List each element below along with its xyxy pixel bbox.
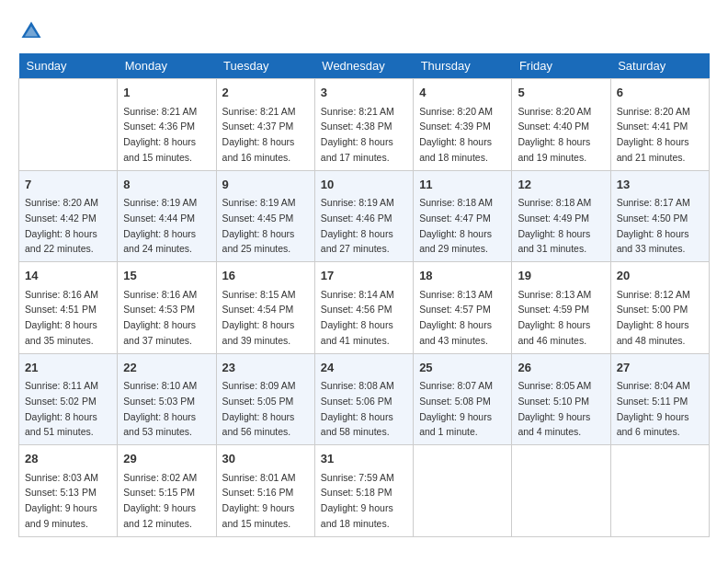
day-number: 14 — [25, 267, 111, 285]
calendar-cell: 7 Sunrise: 8:20 AMSunset: 4:42 PMDayligh… — [19, 170, 118, 262]
calendar-cell: 15 Sunrise: 8:16 AMSunset: 4:53 PMDaylig… — [118, 262, 216, 354]
day-info: Sunrise: 8:01 AMSunset: 5:16 PMDaylight:… — [222, 472, 296, 529]
calendar-cell: 9 Sunrise: 8:19 AMSunset: 4:45 PMDayligh… — [216, 170, 314, 262]
calendar-cell — [512, 445, 610, 537]
day-info: Sunrise: 8:11 AMSunset: 5:02 PMDaylight:… — [25, 380, 98, 437]
day-info: Sunrise: 8:19 AMSunset: 4:45 PMDaylight:… — [222, 197, 296, 254]
calendar-cell: 31 Sunrise: 7:59 AMSunset: 5:18 PMDaylig… — [314, 445, 413, 537]
day-number: 19 — [518, 267, 604, 285]
day-number: 9 — [222, 176, 309, 194]
calendar-header-sunday: Sunday — [19, 53, 118, 79]
logo-icon — [18, 18, 44, 44]
page-header — [18, 18, 710, 44]
day-info: Sunrise: 8:19 AMSunset: 4:46 PMDaylight:… — [321, 197, 394, 254]
calendar-cell: 25 Sunrise: 8:07 AMSunset: 5:08 PMDaylig… — [414, 353, 512, 445]
calendar-cell: 11 Sunrise: 8:18 AMSunset: 4:47 PMDaylig… — [414, 170, 512, 262]
day-info: Sunrise: 7:59 AMSunset: 5:18 PMDaylight:… — [321, 472, 394, 529]
calendar-week-row: 14 Sunrise: 8:16 AMSunset: 4:51 PMDaylig… — [19, 262, 710, 354]
calendar-cell: 13 Sunrise: 8:17 AMSunset: 4:50 PMDaylig… — [610, 170, 709, 262]
day-info: Sunrise: 8:15 AMSunset: 4:54 PMDaylight:… — [222, 289, 296, 346]
day-number: 15 — [123, 267, 210, 285]
day-info: Sunrise: 8:17 AMSunset: 4:50 PMDaylight:… — [617, 197, 690, 254]
day-info: Sunrise: 8:20 AMSunset: 4:41 PMDaylight:… — [617, 106, 690, 163]
day-number: 12 — [518, 176, 604, 194]
calendar-cell: 4 Sunrise: 8:20 AMSunset: 4:39 PMDayligh… — [414, 79, 512, 171]
calendar-cell: 21 Sunrise: 8:11 AMSunset: 5:02 PMDaylig… — [19, 353, 118, 445]
day-info: Sunrise: 8:13 AMSunset: 4:57 PMDaylight:… — [419, 289, 493, 346]
calendar-cell: 10 Sunrise: 8:19 AMSunset: 4:46 PMDaylig… — [314, 170, 413, 262]
calendar-cell: 2 Sunrise: 8:21 AMSunset: 4:37 PMDayligh… — [216, 79, 314, 171]
calendar-cell: 23 Sunrise: 8:09 AMSunset: 5:05 PMDaylig… — [216, 353, 314, 445]
calendar-cell — [414, 445, 512, 537]
day-info: Sunrise: 8:21 AMSunset: 4:37 PMDaylight:… — [222, 106, 296, 163]
day-number: 24 — [321, 359, 407, 377]
day-number: 30 — [222, 450, 309, 468]
calendar-cell: 12 Sunrise: 8:18 AMSunset: 4:49 PMDaylig… — [512, 170, 610, 262]
calendar-cell — [610, 445, 709, 537]
day-info: Sunrise: 8:20 AMSunset: 4:42 PMDaylight:… — [25, 197, 98, 254]
calendar-cell: 3 Sunrise: 8:21 AMSunset: 4:38 PMDayligh… — [314, 79, 413, 171]
day-info: Sunrise: 8:20 AMSunset: 4:40 PMDaylight:… — [518, 106, 591, 163]
day-info: Sunrise: 8:20 AMSunset: 4:39 PMDaylight:… — [419, 106, 493, 163]
calendar-cell: 26 Sunrise: 8:05 AMSunset: 5:10 PMDaylig… — [512, 353, 610, 445]
calendar-cell: 27 Sunrise: 8:04 AMSunset: 5:11 PMDaylig… — [610, 353, 709, 445]
calendar-cell: 18 Sunrise: 8:13 AMSunset: 4:57 PMDaylig… — [414, 262, 512, 354]
day-number: 8 — [123, 176, 210, 194]
day-info: Sunrise: 8:14 AMSunset: 4:56 PMDaylight:… — [321, 289, 394, 346]
calendar-cell: 6 Sunrise: 8:20 AMSunset: 4:41 PMDayligh… — [610, 79, 709, 171]
day-number: 31 — [321, 450, 407, 468]
day-number: 22 — [123, 359, 210, 377]
day-number: 1 — [123, 84, 210, 102]
day-info: Sunrise: 8:03 AMSunset: 5:13 PMDaylight:… — [25, 472, 98, 529]
day-info: Sunrise: 8:02 AMSunset: 5:15 PMDaylight:… — [123, 472, 197, 529]
calendar-header-monday: Monday — [118, 53, 216, 79]
calendar-cell: 8 Sunrise: 8:19 AMSunset: 4:44 PMDayligh… — [118, 170, 216, 262]
day-info: Sunrise: 8:08 AMSunset: 5:06 PMDaylight:… — [321, 380, 394, 437]
day-info: Sunrise: 8:21 AMSunset: 4:38 PMDaylight:… — [321, 106, 394, 163]
calendar-cell: 20 Sunrise: 8:12 AMSunset: 5:00 PMDaylig… — [610, 262, 709, 354]
calendar-cell: 28 Sunrise: 8:03 AMSunset: 5:13 PMDaylig… — [19, 445, 118, 537]
calendar-header-wednesday: Wednesday — [314, 53, 413, 79]
day-number: 27 — [617, 359, 703, 377]
calendar-cell: 5 Sunrise: 8:20 AMSunset: 4:40 PMDayligh… — [512, 79, 610, 171]
day-number: 6 — [617, 84, 703, 102]
calendar-cell: 30 Sunrise: 8:01 AMSunset: 5:16 PMDaylig… — [216, 445, 314, 537]
day-number: 25 — [419, 359, 506, 377]
day-info: Sunrise: 8:07 AMSunset: 5:08 PMDaylight:… — [419, 380, 493, 437]
day-number: 21 — [25, 359, 111, 377]
calendar-cell — [19, 79, 118, 171]
calendar-table: SundayMondayTuesdayWednesdayThursdayFrid… — [18, 53, 710, 537]
calendar-header-tuesday: Tuesday — [216, 53, 314, 79]
day-number: 3 — [321, 84, 407, 102]
day-number: 26 — [518, 359, 604, 377]
day-number: 16 — [222, 267, 309, 285]
day-info: Sunrise: 8:18 AMSunset: 4:47 PMDaylight:… — [419, 197, 493, 254]
day-number: 2 — [222, 84, 309, 102]
day-info: Sunrise: 8:04 AMSunset: 5:11 PMDaylight:… — [617, 380, 690, 437]
day-number: 10 — [321, 176, 407, 194]
calendar-cell: 19 Sunrise: 8:13 AMSunset: 4:59 PMDaylig… — [512, 262, 610, 354]
logo — [18, 18, 48, 44]
calendar-cell: 16 Sunrise: 8:15 AMSunset: 4:54 PMDaylig… — [216, 262, 314, 354]
day-info: Sunrise: 8:19 AMSunset: 4:44 PMDaylight:… — [123, 197, 197, 254]
day-info: Sunrise: 8:05 AMSunset: 5:10 PMDaylight:… — [518, 380, 591, 437]
day-number: 29 — [123, 450, 210, 468]
day-number: 11 — [419, 176, 506, 194]
day-number: 13 — [617, 176, 703, 194]
calendar-week-row: 1 Sunrise: 8:21 AMSunset: 4:36 PMDayligh… — [19, 79, 710, 171]
day-info: Sunrise: 8:10 AMSunset: 5:03 PMDaylight:… — [123, 380, 197, 437]
day-info: Sunrise: 8:18 AMSunset: 4:49 PMDaylight:… — [518, 197, 591, 254]
calendar-week-row: 28 Sunrise: 8:03 AMSunset: 5:13 PMDaylig… — [19, 445, 710, 537]
calendar-header-row: SundayMondayTuesdayWednesdayThursdayFrid… — [19, 53, 710, 79]
calendar-cell: 22 Sunrise: 8:10 AMSunset: 5:03 PMDaylig… — [118, 353, 216, 445]
day-info: Sunrise: 8:09 AMSunset: 5:05 PMDaylight:… — [222, 380, 296, 437]
calendar-cell: 1 Sunrise: 8:21 AMSunset: 4:36 PMDayligh… — [118, 79, 216, 171]
day-number: 4 — [419, 84, 506, 102]
day-info: Sunrise: 8:12 AMSunset: 5:00 PMDaylight:… — [617, 289, 690, 346]
calendar-cell: 29 Sunrise: 8:02 AMSunset: 5:15 PMDaylig… — [118, 445, 216, 537]
day-number: 23 — [222, 359, 309, 377]
day-number: 28 — [25, 450, 111, 468]
day-info: Sunrise: 8:21 AMSunset: 4:36 PMDaylight:… — [123, 106, 197, 163]
calendar-week-row: 7 Sunrise: 8:20 AMSunset: 4:42 PMDayligh… — [19, 170, 710, 262]
day-info: Sunrise: 8:13 AMSunset: 4:59 PMDaylight:… — [518, 289, 591, 346]
